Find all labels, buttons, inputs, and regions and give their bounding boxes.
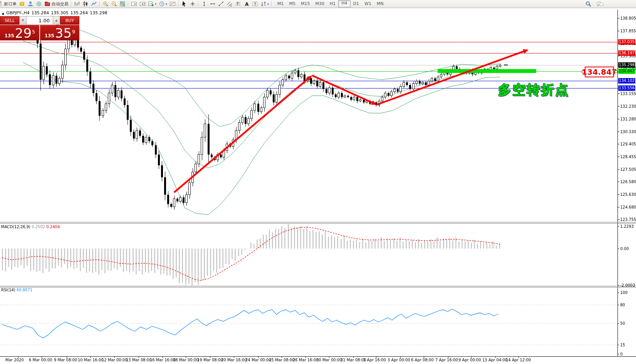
dropdown-caret-icon: ▾ bbox=[267, 2, 269, 6]
price-level-callout[interactable]: 134.847 bbox=[585, 67, 614, 77]
volume-input[interactable]: 1.00 bbox=[27, 16, 53, 25]
buy-button[interactable]: BUY bbox=[60, 16, 79, 25]
timeframe-m30[interactable]: M30 bbox=[313, 1, 327, 7]
auto-scroll-button[interactable] bbox=[130, 0, 138, 7]
horizontal-line-tool[interactable] bbox=[208, 0, 217, 7]
date-tick-label: 3 Apr 00:00 bbox=[388, 358, 410, 362]
price-tag-label: 134.847 bbox=[618, 68, 635, 74]
date-tick-label: 18 Mar 00:00 bbox=[173, 358, 199, 362]
date-tick-label: 19 Mar 08:00 bbox=[197, 358, 223, 362]
search-icon bbox=[585, 1, 591, 7]
price-tag-label: 135.298 bbox=[618, 62, 635, 68]
line-icon bbox=[91, 1, 97, 7]
line-handle[interactable] bbox=[582, 70, 584, 73]
timeframe-m5[interactable]: M5 bbox=[287, 1, 299, 7]
price-tick-label: 127.505 bbox=[620, 167, 636, 171]
volume-down-button[interactable]: ▼ bbox=[19, 16, 27, 25]
turning-point-annotation[interactable]: 多空转折点 bbox=[498, 81, 569, 99]
mt4-window: 新订单自动交易▾▾EFAT▾ M1M5M15M30H1H4D1W1MN ▲GBP… bbox=[0, 0, 636, 364]
timeframe-m1[interactable]: M1 bbox=[275, 1, 287, 7]
bid-price-panel[interactable]: 135 29 5 bbox=[0, 25, 39, 40]
textA-icon: A bbox=[243, 1, 250, 7]
text-tool[interactable]: A bbox=[242, 0, 251, 7]
crosshair-tool[interactable] bbox=[188, 0, 197, 7]
price-tick-label: 138.805 bbox=[620, 16, 636, 20]
tline-icon bbox=[218, 1, 224, 7]
candles-icon bbox=[82, 1, 89, 7]
quote-low: 135.264 bbox=[70, 10, 88, 15]
zoom-out-button[interactable] bbox=[110, 0, 118, 7]
macd-tick-label: -2.0003 bbox=[620, 283, 635, 287]
zoomin-icon bbox=[102, 1, 109, 7]
date-tick-label: 26 Mar 16:00 bbox=[293, 358, 319, 362]
autotrading-button[interactable]: 自动交易 bbox=[43, 0, 70, 7]
toolbar-separator bbox=[178, 1, 179, 7]
cursor-icon bbox=[181, 1, 187, 7]
zoom-in-button[interactable] bbox=[101, 0, 110, 7]
person-icon bbox=[27, 1, 34, 7]
chart-canvas[interactable] bbox=[0, 8, 636, 364]
ask-prefix: 135 bbox=[45, 33, 54, 38]
sell-button[interactable]: SELL bbox=[0, 16, 19, 25]
quote-high: 135.305 bbox=[51, 10, 69, 15]
new-chart-button[interactable]: ▾ bbox=[147, 0, 158, 7]
price-tick-label: 126.580 bbox=[620, 179, 636, 184]
tile-windows-button[interactable] bbox=[118, 0, 127, 7]
equidistant-channel-tool[interactable]: E bbox=[225, 0, 234, 7]
svg-text:E: E bbox=[230, 4, 232, 7]
cross-icon bbox=[190, 1, 196, 7]
new-order-button[interactable]: 新订单 bbox=[0, 0, 18, 7]
toolbar-separator bbox=[71, 1, 72, 7]
price-tick-label: 133.155 bbox=[620, 92, 636, 96]
collapse-arrow-icon[interactable]: ▲ bbox=[2, 12, 4, 15]
textT-icon: T bbox=[252, 1, 258, 7]
date-tick-label: 10 Mar 16:00 bbox=[78, 358, 104, 362]
profiles-button[interactable]: ▾ bbox=[158, 0, 168, 7]
search-button[interactable] bbox=[584, 0, 592, 7]
market-watch-button[interactable] bbox=[18, 0, 26, 7]
one-click-trade-widget: SELL ▼ 1.00 ▲ BUY 135 29 5 135 35 9 bbox=[0, 16, 79, 40]
vertical-line-tool[interactable] bbox=[200, 0, 208, 7]
timeframe-h4[interactable]: H4 bbox=[338, 0, 350, 7]
volume-up-button[interactable]: ▲ bbox=[53, 16, 60, 25]
price-tag-label: 137.035 bbox=[618, 39, 635, 45]
price-tick-label: 132.230 bbox=[620, 104, 636, 108]
newchart-icon bbox=[148, 1, 154, 7]
community-button[interactable] bbox=[26, 0, 35, 7]
toolbar-separator bbox=[128, 1, 129, 7]
chart-shift-button[interactable] bbox=[138, 0, 147, 7]
bar-chart-button[interactable] bbox=[73, 0, 81, 7]
signals-button[interactable] bbox=[35, 0, 43, 7]
timeframe-h1[interactable]: H1 bbox=[327, 1, 338, 7]
arrows-tool[interactable]: ▾ bbox=[259, 0, 270, 7]
text-label-tool[interactable]: T bbox=[251, 0, 259, 7]
doc-icon bbox=[0, 1, 3, 7]
price-tick-label: 130.330 bbox=[620, 129, 636, 134]
svg-text:T: T bbox=[254, 2, 257, 6]
trendline-tool[interactable] bbox=[217, 0, 225, 7]
bid-prefix: 135 bbox=[5, 33, 14, 38]
toolbar-separator bbox=[271, 1, 272, 7]
ask-price-panel[interactable]: 135 35 9 bbox=[40, 25, 79, 40]
indicator-window-button[interactable] bbox=[168, 0, 177, 7]
line-chart-button[interactable] bbox=[90, 0, 98, 7]
date-tick-label: 1 Apr 16:00 bbox=[363, 358, 386, 362]
cursor-tool[interactable] bbox=[180, 0, 188, 7]
date-tick-label: 14 Apr 12:00 bbox=[506, 358, 531, 362]
fibonacci-tool[interactable]: F bbox=[234, 0, 242, 7]
timeframe-d1[interactable]: D1 bbox=[351, 1, 362, 7]
timeframe-w1[interactable]: W1 bbox=[362, 1, 374, 7]
rsi-tick-label: 0 bbox=[620, 352, 623, 356]
date-tick-label: 13 Mar 08:00 bbox=[126, 358, 152, 362]
line-handle[interactable] bbox=[615, 70, 618, 73]
chat-icon bbox=[596, 1, 602, 7]
fibo-icon: F bbox=[235, 1, 241, 7]
candlestick-chart-button[interactable] bbox=[81, 0, 90, 7]
timeframe-m15[interactable]: M15 bbox=[298, 1, 313, 7]
date-tick-label: 6 Apr 08:00 bbox=[411, 358, 434, 362]
rsi-tick-label: 80 bbox=[620, 303, 625, 307]
timeframe-mn[interactable]: MN bbox=[374, 1, 386, 7]
macd-label: MACD(12,26,9) 0.2502 0.2404 bbox=[1, 225, 60, 229]
date-tick-label: 24 Mar 00:00 bbox=[245, 358, 271, 362]
chat-button[interactable] bbox=[595, 0, 604, 7]
